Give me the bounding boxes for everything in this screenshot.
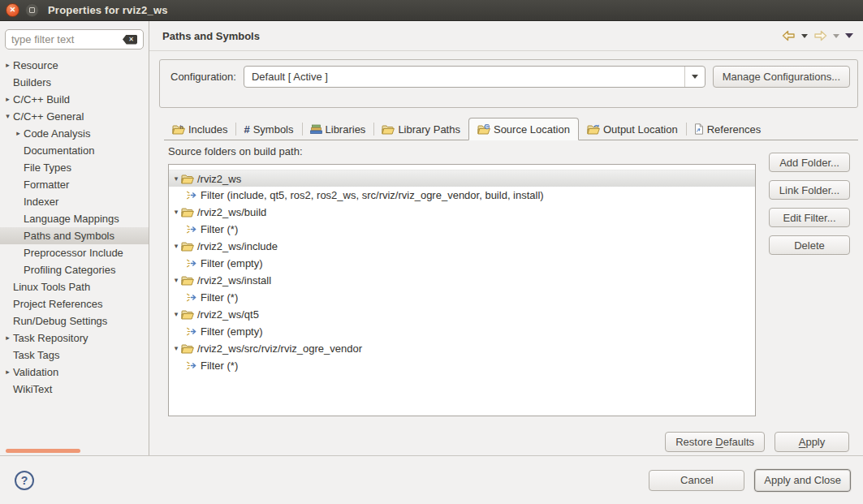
link-folder-button[interactable]: Link Folder... (769, 180, 850, 200)
sidebar-item-resource[interactable]: ▸Resource (0, 57, 149, 74)
chevron-right-icon[interactable]: ▸ (2, 334, 13, 342)
sidebar-item-indexer[interactable]: Indexer (0, 193, 149, 210)
sidebar-item-project-references[interactable]: Project References (0, 295, 149, 312)
back-arrow-icon[interactable] (782, 30, 796, 41)
titlebar[interactable]: ✕ Properties for rviz2_ws (0, 0, 863, 21)
filter-row[interactable]: Filter (include, qt5, ros2, ros2_ws, src… (169, 187, 755, 204)
source-folder-row[interactable]: ▾/rviz2_ws/install (169, 272, 755, 289)
close-icon: ✕ (10, 6, 16, 14)
sidebar-item-wikitext[interactable]: WikiText (0, 381, 149, 398)
sidebar-item-label: Project References (13, 298, 103, 310)
sidebar-item-task-repository[interactable]: ▸Task Repository (0, 330, 149, 347)
chevron-down-icon[interactable]: ▾ (2, 113, 13, 120)
filter-label: Filter (empty) (201, 325, 263, 338)
manage-configurations-button[interactable]: Manage Configurations... (713, 66, 850, 88)
chevron-down-icon[interactable]: ▾ (171, 345, 181, 352)
source-folders-tree[interactable]: ▾/rviz2_wsFilter (include, qt5, ros2, ro… (168, 164, 756, 416)
tab-output-location[interactable]: Output Location (579, 118, 686, 140)
source-folder-path: /rviz2_ws (197, 173, 241, 185)
forward-arrow-icon[interactable] (813, 30, 827, 41)
edit-filter-button[interactable]: Edit Filter... (769, 208, 850, 227)
filter-row[interactable]: Filter (*) (169, 289, 755, 306)
sidebar-item-file-types[interactable]: File Types (0, 159, 149, 176)
window-title: Properties for rviz2_ws (48, 4, 168, 16)
clear-filter-icon[interactable]: ✕ (123, 35, 137, 45)
sidebar-item-linux-tools-path[interactable]: Linux Tools Path (0, 278, 149, 295)
chevron-down-icon[interactable]: ▾ (171, 209, 181, 216)
configuration-label: Configuration: (170, 66, 236, 88)
forward-history-dropdown-icon[interactable] (833, 34, 839, 38)
open-folder-icon (181, 207, 194, 218)
sidebar-item-label: WikiText (13, 383, 52, 395)
help-icon[interactable]: ? (15, 471, 34, 490)
sidebar-item-code-analysis[interactable]: ▸Code Analysis (0, 125, 149, 142)
filter-row[interactable]: Filter (empty) (169, 323, 755, 340)
apply-button[interactable]: Apply (775, 432, 849, 452)
cancel-button[interactable]: Cancel (649, 470, 744, 491)
source-folder-row[interactable]: ▾/rviz2_ws (169, 170, 755, 187)
chevron-right-icon[interactable]: ▸ (2, 368, 13, 376)
filter-box[interactable]: ✕ (5, 29, 144, 50)
filter-row[interactable]: Filter (*) (169, 357, 755, 374)
chevron-right-icon[interactable]: ▸ (13, 130, 24, 137)
sidebar-item-language-mappings[interactable]: Language Mappings (0, 210, 149, 227)
sidebar-item-task-tags[interactable]: Task Tags (0, 347, 149, 364)
filter-row[interactable]: Filter (empty) (169, 255, 755, 272)
sidebar-item-documentation[interactable]: Documentation (0, 142, 149, 159)
chevron-down-icon[interactable]: ▾ (171, 175, 181, 183)
filter-label: Filter (*) (201, 291, 238, 304)
restore-defaults-button[interactable]: Restore Defaults (665, 432, 765, 452)
nav-icons (782, 30, 853, 41)
tab-includes[interactable]: hIncludes (164, 118, 235, 140)
add-folder-button[interactable]: Add Folder... (769, 153, 850, 172)
properties-dialog: ✕ Properties for rviz2_ws ✕ ▸ResourceBui… (0, 0, 863, 504)
chevron-down-icon[interactable]: ▾ (171, 277, 181, 284)
configuration-value: Default [ Active ] (252, 71, 680, 83)
sidebar-item-builders[interactable]: Builders (0, 74, 149, 91)
close-button[interactable]: ✕ (6, 3, 19, 17)
filter-row[interactable]: Filter (*) (169, 221, 755, 238)
source-folder-row[interactable]: ▾/rviz2_ws/build (169, 204, 755, 221)
chevron-down-icon[interactable] (684, 67, 705, 87)
back-history-dropdown-icon[interactable] (801, 34, 808, 38)
chevron-right-icon[interactable]: ▸ (2, 62, 13, 69)
source-folder-path: /rviz2_ws/src/rviz/rviz_ogre_vendor (197, 342, 362, 355)
sidebar-item-c-c-build[interactable]: ▸C/C++ Build (0, 91, 149, 108)
delete-button[interactable]: Delete (769, 235, 850, 255)
tab-symbols[interactable]: #Symbols (235, 118, 301, 140)
maximize-icon (29, 7, 35, 13)
tab-references[interactable]: References (686, 118, 769, 140)
sidebar-item-paths-and-symbols[interactable]: Paths and Symbols (0, 227, 149, 244)
sidebar-item-profiling-categories[interactable]: Profiling Categories (0, 261, 149, 278)
tab-library-paths[interactable]: Library Paths (373, 118, 468, 140)
source-folder-row[interactable]: ▾/rviz2_ws/qt5 (169, 306, 755, 323)
configuration-select[interactable]: Default [ Active ] (244, 66, 706, 88)
source-folder-row[interactable]: ▾/rviz2_ws/include (169, 238, 755, 255)
source-folder-path: /rviz2_ws/qt5 (197, 308, 259, 321)
tab-label: Output Location (603, 123, 678, 136)
library-paths-folder-icon (382, 124, 395, 135)
tab-source-location[interactable]: CSource Location (468, 118, 579, 140)
symbols-hash-icon: # (244, 123, 249, 136)
sidebar-tree: ▸ResourceBuilders▸C/C++ Build▾C/C++ Gene… (0, 57, 149, 455)
chevron-down-icon[interactable]: ▾ (171, 311, 181, 318)
sidebar-item-run-debug-settings[interactable]: Run/Debug Settings (0, 312, 149, 330)
source-folder-row[interactable]: ▾/rviz2_ws/src/rviz/rviz_ogre_vendor (169, 340, 755, 357)
sidebar-item-formatter[interactable]: Formatter (0, 176, 149, 193)
sidebar-item-c-c-general[interactable]: ▾C/C++ General (0, 108, 149, 125)
maximize-button[interactable] (25, 3, 39, 17)
filter-input[interactable] (11, 33, 119, 45)
sidebar-item-label: File Types (24, 162, 71, 174)
footer-buttons: Cancel Apply and Close (649, 469, 851, 492)
view-menu-dropdown-icon[interactable] (845, 33, 853, 38)
chevron-right-icon[interactable]: ▸ (2, 96, 13, 103)
sidebar-item-preprocessor-include[interactable]: Preprocessor Include (0, 244, 149, 261)
chevron-down-icon[interactable]: ▾ (171, 243, 181, 250)
apply-and-close-button[interactable]: Apply and Close (754, 469, 851, 492)
tab-libraries[interactable]: Libraries (302, 118, 374, 140)
open-folder-icon (181, 241, 194, 252)
svg-text:h: h (180, 124, 183, 130)
open-folder-icon (181, 174, 194, 184)
horizontal-scrollbar-thumb[interactable] (6, 449, 80, 453)
sidebar-item-validation[interactable]: ▸Validation (0, 364, 149, 381)
